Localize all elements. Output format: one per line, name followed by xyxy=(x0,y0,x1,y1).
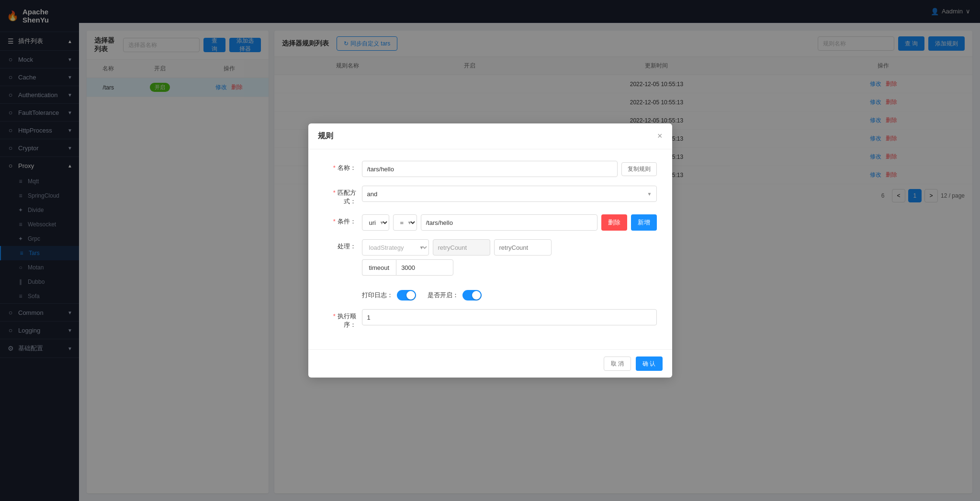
copy-rule-button[interactable]: 复制规则 xyxy=(621,162,657,176)
order-label: 执行顺序： xyxy=(324,309,362,329)
spacer xyxy=(324,284,657,290)
modal-overlay: 规则 × 名称： 复制规则 匹配方式： and or xyxy=(0,0,980,501)
condition-value-input[interactable] xyxy=(421,214,597,231)
name-label: 名称： xyxy=(324,161,362,172)
match-label: 匹配方式： xyxy=(324,186,362,206)
condition-label: 条件： xyxy=(324,214,362,226)
modal-footer: 取 消 确 认 xyxy=(308,349,672,378)
timeout-label: timeout xyxy=(362,259,396,276)
condition-op-wrapper: = ▼ xyxy=(393,214,417,231)
name-input[interactable] xyxy=(362,161,618,177)
condition-row: uri ▼ = ▼ 删除 新增 xyxy=(362,214,657,231)
add-condition-button[interactable]: 新增 xyxy=(631,214,657,231)
order-input[interactable] xyxy=(362,309,657,325)
retry-count-label-input xyxy=(433,239,490,256)
timeout-row: timeout xyxy=(362,259,657,276)
condition-type-select[interactable]: uri xyxy=(362,214,389,231)
form-row-order: 执行顺序： xyxy=(324,309,657,329)
form-row-switches: 打印日志： 是否开启： xyxy=(324,290,657,301)
is-open-toggle[interactable] xyxy=(462,290,482,301)
condition-op-select[interactable]: = xyxy=(393,214,417,231)
match-select[interactable]: and or xyxy=(362,186,657,202)
form-row-name: 名称： 复制规则 xyxy=(324,161,657,177)
print-log-track xyxy=(397,290,416,301)
modal-body: 名称： 复制规则 匹配方式： and or ▼ 条件： xyxy=(308,149,672,349)
modal-header: 规则 × xyxy=(308,123,672,149)
timeout-input[interactable] xyxy=(396,259,453,276)
load-strategy-select[interactable]: loadStrategy xyxy=(362,239,429,256)
delete-condition-button[interactable]: 删除 xyxy=(601,214,627,231)
load-strategy-wrapper: loadStrategy ▼ xyxy=(362,239,429,256)
handle-label: 处理： xyxy=(324,239,362,251)
is-open-label: 是否开启： xyxy=(428,291,459,300)
modal-title: 规则 xyxy=(318,131,333,141)
handle-row: loadStrategy ▼ xyxy=(362,239,657,256)
condition-type-wrapper: uri ▼ xyxy=(362,214,389,231)
form-row-condition: 条件： uri ▼ = ▼ 删除 xyxy=(324,214,657,231)
print-log-group: 打印日志： xyxy=(362,290,416,301)
switch-row: 打印日志： 是否开启： xyxy=(362,290,482,301)
handle-control: loadStrategy ▼ timeout xyxy=(362,239,657,276)
match-control: and or ▼ xyxy=(362,186,657,202)
form-row-match: 匹配方式： and or ▼ xyxy=(324,186,657,206)
cancel-button[interactable]: 取 消 xyxy=(604,356,631,371)
is-open-group: 是否开启： xyxy=(428,290,482,301)
order-control xyxy=(362,309,657,325)
modal-close-button[interactable]: × xyxy=(657,131,663,141)
confirm-button[interactable]: 确 认 xyxy=(636,356,662,371)
name-control: 复制规则 xyxy=(362,161,657,177)
print-log-toggle[interactable] xyxy=(397,290,416,301)
modal-dialog: 规则 × 名称： 复制规则 匹配方式： and or xyxy=(308,123,672,378)
form-row-handle: 处理： loadStrategy ▼ timeout xyxy=(324,239,657,276)
is-open-track xyxy=(462,290,482,301)
print-log-label: 打印日志： xyxy=(362,291,393,300)
retry-count-input[interactable] xyxy=(494,239,552,256)
